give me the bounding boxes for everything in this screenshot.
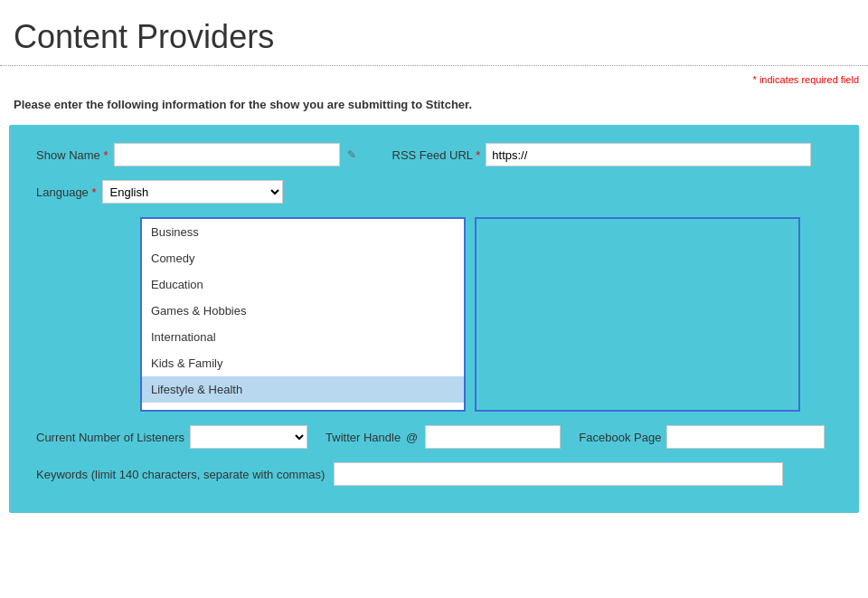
category-item[interactable]: Comedy — [142, 245, 464, 271]
pencil-icon: ✎ — [347, 148, 356, 161]
category-item[interactable]: Kids & Family — [142, 350, 464, 376]
twitter-at-symbol: @ — [406, 431, 418, 444]
category-item[interactable]: Games & Hobbies — [142, 298, 464, 324]
rss-required: * — [476, 148, 480, 162]
language-required: * — [91, 185, 96, 199]
bottom-row: Current Number of Listeners 0-500 500-10… — [36, 425, 832, 449]
keywords-input[interactable] — [334, 462, 783, 486]
language-group: Language * English Spanish French German… — [36, 180, 283, 204]
category-item[interactable]: Business — [142, 219, 464, 245]
top-row: Show Name * ✎ RSS Feed URL * — [36, 143, 832, 166]
language-row: Language * English Spanish French German… — [36, 180, 832, 204]
show-name-required: * — [103, 148, 108, 162]
facebook-label: Facebook Page — [579, 431, 661, 444]
category-item[interactable]: Lifestyle & Health — [142, 376, 464, 403]
categories-section: BusinessComedyEducationGames & HobbiesIn… — [140, 217, 832, 412]
show-name-group: Show Name * ✎ — [36, 143, 356, 166]
rss-feed-group: RSS Feed URL * — [392, 143, 812, 166]
show-name-label: Show Name * — [36, 148, 108, 162]
form-container: Show Name * ✎ RSS Feed URL * Language * … — [9, 125, 859, 513]
intro-text: Please enter the following information f… — [0, 89, 868, 125]
rss-feed-label: RSS Feed URL * — [392, 148, 481, 162]
rss-feed-input[interactable] — [486, 143, 811, 166]
facebook-input[interactable] — [666, 425, 825, 449]
divider — [0, 65, 868, 66]
twitter-input[interactable] — [425, 425, 561, 449]
language-label: Language * — [36, 185, 97, 199]
category-list[interactable]: BusinessComedyEducationGames & HobbiesIn… — [140, 217, 466, 412]
keywords-row: Keywords (limit 140 characters, separate… — [36, 462, 832, 486]
listeners-label: Current Number of Listeners — [36, 431, 184, 444]
listeners-select[interactable]: 0-500 500-1000 1000-5000 5000-10000 1000… — [190, 425, 307, 449]
category-item[interactable]: International — [142, 324, 464, 350]
required-note: * indicates required field — [0, 71, 868, 89]
show-name-input[interactable] — [114, 143, 340, 166]
category-item[interactable]: Education — [142, 271, 464, 298]
language-select[interactable]: English Spanish French German Italian Po… — [102, 180, 283, 204]
facebook-group: Facebook Page — [579, 425, 825, 449]
category-item[interactable]: Music — [142, 403, 464, 412]
listeners-group: Current Number of Listeners 0-500 500-10… — [36, 425, 307, 449]
keywords-label: Keywords (limit 140 characters, separate… — [36, 468, 325, 481]
twitter-group: Twitter Handle @ — [326, 425, 561, 449]
category-selected-box[interactable] — [475, 217, 800, 412]
page-title: Content Providers — [0, 0, 868, 65]
twitter-label: Twitter Handle — [326, 431, 401, 444]
